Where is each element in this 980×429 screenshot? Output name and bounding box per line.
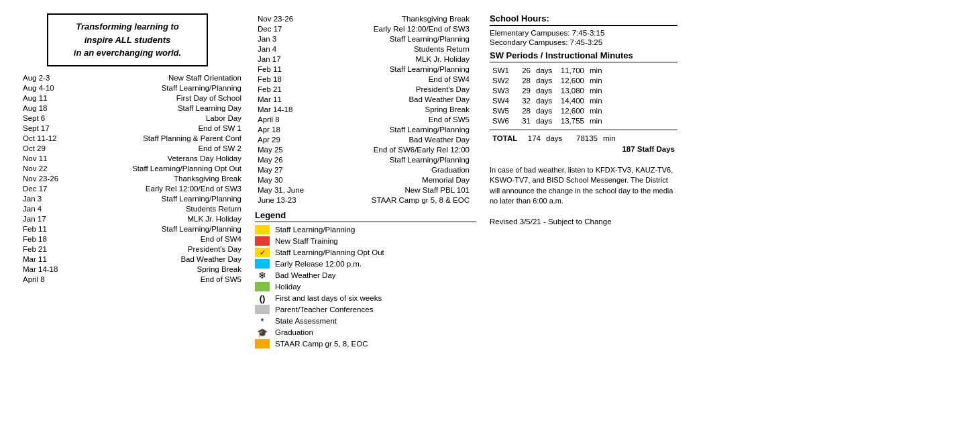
event-desc: Staff Learning Day [74,103,248,113]
sw-min-label: min [587,105,677,115]
legend-item-label: STAAR Camp gr 5, 8, EOC [275,340,368,348]
event-date: Jan 3 [20,194,74,204]
event-date: Nov 11 [20,154,74,164]
event-date: Nov 23-26 [20,174,74,184]
legend-swatch [255,339,270,348]
event-desc: Students Return [309,44,476,54]
event-desc: New Staff Orientation [74,73,248,83]
tagline-line1: Transforming learning to [58,20,197,34]
legend-item-label: Bad Weather Day [275,271,336,279]
list-item: Nov 23-26Thanksgiving Break [255,13,476,23]
event-desc: End of SW4 [74,234,248,244]
legend-item-label: Staff Learning/Planning Opt Out [275,248,384,256]
event-desc: Staff Learning/Planning [74,83,248,93]
event-date: Dec 17 [20,184,74,194]
sw-min-label: min [587,65,677,75]
list-item: Feb 21President's Day [255,84,476,94]
sw-label: SW2 [490,75,513,85]
sw-periods-title: SW Periods / Instructional Minutes [490,50,677,62]
sw-label: SW1 [490,65,513,75]
event-date: Feb 18 [20,234,74,244]
legend-item: STAAR Camp gr 5, 8, EOC [255,339,476,348]
sw-days-label: days [533,105,557,115]
list-item: Aug 4-10Staff Learning/Planning [20,83,248,93]
legend-item: Early Release 12:00 p.m. [255,259,476,269]
sw-label: SW5 [490,105,513,115]
sw-mins: 12,600 [557,75,587,85]
event-desc: Thanksgiving Break [74,174,248,184]
event-date: Feb 11 [255,64,309,74]
list-item: May 25End of SW6/Early Rel 12:00 [255,144,476,154]
event-date: Jan 4 [255,44,309,54]
event-date: Aug 18 [20,103,74,113]
list-item: Nov 22Staff Learning/Planning Opt Out [20,164,248,174]
legend-item: Holiday [255,282,476,291]
sw-days-label: days [533,115,557,126]
event-date: Mar 14-18 [255,104,309,114]
left-column: Transforming learning to inspire ALL stu… [20,13,248,350]
event-date: Jan 17 [20,214,74,224]
legend-item-label: Holiday [275,283,301,291]
event-date: Sept 17 [20,124,74,134]
sw-days-label: days [533,65,557,75]
event-desc: Staff Learning/Planning [74,224,248,234]
legend-swatch [255,305,270,314]
notice-text: In case of bad weather, listen to KFDX-T… [490,165,677,207]
list-item: Jan 3Staff Learning/Planning [255,34,476,44]
event-date: April 8 [20,275,74,285]
event-desc: President's Day [74,244,248,254]
legend-item-label: State Assessment [275,317,337,325]
sw-label: SW6 [490,115,513,126]
legend-swatch [255,259,270,269]
list-item: Feb 18End of SW4 [20,234,248,244]
legend-item-label: First and last days of six weeks [275,294,382,302]
sw-total-table: TOTAL 174 days 78135 min 187 Staff Days [490,133,677,154]
list-item: Oct 11-12Staff Planning & Parent Conf [20,134,248,144]
legend-item-label: Early Release 12:00 p.m. [275,260,362,268]
sw-mins: 13,080 [557,85,587,95]
event-date: Nov 23-26 [255,13,309,23]
event-date: May 30 [255,175,309,185]
sw-label: SW4 [490,95,513,105]
legend-swatch [255,225,270,234]
legend-item: ✓Staff Learning/Planning Opt Out [255,248,476,257]
tagline-line3: in an everchanging world. [58,46,197,60]
total-days: 174 [523,133,543,144]
list-item: Mar 11Bad Weather Day [255,94,476,104]
event-date: Mar 11 [255,94,309,104]
sw-row: SW1 26 days 11,700 min [490,65,677,75]
event-desc: Early Rel 12:00/End of SW3 [74,184,248,194]
event-date: Jan 3 [255,34,309,44]
legend-title: Legend [255,210,476,222]
sw-days-label: days [533,75,557,85]
total-label: TOTAL [490,133,523,144]
list-item: April 8End of SW5 [20,275,248,285]
event-desc: End of SW 2 [74,144,248,154]
total-days-label: days [543,133,567,144]
event-desc: MLK Jr. Holiday [309,54,476,64]
event-desc: First Day of School [74,93,248,103]
list-item: Aug 11First Day of School [20,93,248,103]
sw-mins: 14,400 [557,95,587,105]
event-desc: Graduation [309,164,476,175]
event-date: Aug 2-3 [20,73,74,83]
legend-item-label: Graduation [275,328,313,336]
event-desc: Spring Break [309,104,476,114]
list-item: Dec 17Early Rel 12:00/End of SW3 [20,184,248,194]
legend-item-label: Parent/Teacher Conferences [275,305,373,314]
event-date: Mar 11 [20,254,74,265]
legend-item: Parent/Teacher Conferences [255,305,476,314]
event-desc: New Staff PBL 101 [309,185,476,195]
legend-item: 🎓Graduation [255,328,476,337]
sw-min-label: min [587,85,677,95]
event-desc: Veterans Day Holiday [74,154,248,164]
legend-item-label: New Staff Training [275,237,338,245]
event-desc: Staff Learning/Planning [74,194,248,204]
event-desc: End of SW5 [74,275,248,285]
sw-row: SW2 28 days 12,600 min [490,75,677,85]
list-item: Aug 18Staff Learning Day [20,103,248,113]
event-date: May 25 [255,144,309,154]
legend-swatch: ✓ [255,248,270,257]
sw-label: SW3 [490,85,513,95]
school-hours-title: School Hours: [490,13,677,26]
